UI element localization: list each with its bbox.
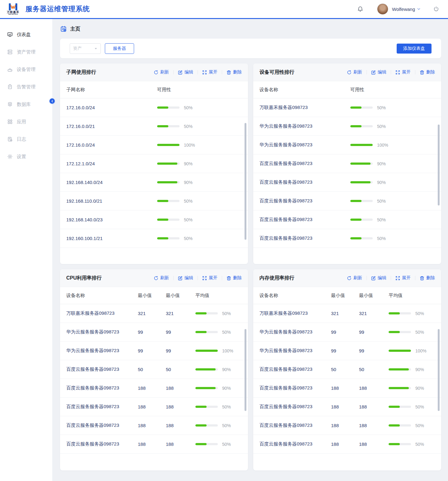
expand-button[interactable]: 展开 (202, 275, 217, 281)
edit-button[interactable]: 编辑 (371, 275, 386, 281)
chevron-down-icon[interactable] (417, 7, 421, 11)
scrollbar-thumb[interactable] (245, 329, 246, 411)
row-value: 321 (331, 311, 359, 316)
table-row: 华为云服务服务器098723999950% (60, 323, 248, 342)
scrollbar-thumb[interactable] (438, 125, 440, 205)
table-row: 华为云服务服务器0987239999100% (253, 342, 441, 360)
table-row: 万联嘉禾服务器09872350% (253, 98, 441, 117)
add-dashboard-button[interactable]: 添加仪表盘 (397, 44, 432, 54)
refresh-button[interactable]: 刷新 (154, 275, 169, 281)
panel-toolbar: 刷新 编辑 展开 删除 (154, 69, 242, 75)
sidebar: 仪表盘 资产管理 设备管理 告警管理 (0, 19, 52, 481)
progress-label: 50% (377, 199, 386, 204)
edit-label: 编辑 (378, 69, 386, 75)
table-row: 华为云服务服务器0987239999100% (60, 342, 248, 360)
table-row: 百度云服务服务器098723505090% (60, 360, 248, 379)
scrollbar-thumb[interactable] (438, 329, 440, 411)
devices-icon (7, 67, 13, 72)
progress-label: 50% (415, 330, 424, 335)
progress-bar: 50% (350, 199, 386, 204)
table-row: 百度云服务服务器09872390% (253, 173, 441, 192)
trash-icon (226, 276, 231, 281)
table-row: 百度云服务服务器09872318818890% (60, 379, 248, 398)
server-filter-button[interactable]: 服务器 (105, 43, 134, 54)
edit-button[interactable]: 编辑 (178, 69, 193, 75)
logout-button[interactable] (432, 5, 441, 13)
refresh-button[interactable]: 刷新 (347, 69, 362, 75)
database-icon (7, 101, 13, 107)
row-name: 192.168.140.0/23 (66, 217, 157, 222)
row-value: 188 (138, 423, 166, 428)
notifications-button[interactable] (356, 5, 365, 13)
progress-label: 50% (184, 124, 193, 129)
row-value: 188 (331, 385, 359, 391)
progress-bar: 90% (195, 386, 231, 391)
row-value: 188 (359, 404, 389, 409)
expand-icon (202, 70, 207, 75)
app-logo: 万联嘉禾 WAN LIAN JIA HE (4, 3, 22, 15)
row-name: 172.16.0.0/24 (66, 105, 157, 110)
delete-label: 删除 (233, 275, 242, 281)
expand-button[interactable]: 展开 (395, 275, 411, 281)
progress-label: 90% (415, 367, 424, 372)
refresh-button[interactable]: 刷新 (347, 275, 362, 281)
panel-title: CPU利用率排行 (66, 275, 102, 281)
expand-icon (395, 276, 400, 281)
progress-label: 90% (415, 386, 424, 391)
sidebar-item-apps[interactable]: 应用 (0, 113, 52, 130)
scrollbar-thumb[interactable] (245, 123, 246, 240)
column-header: 子网名称 (66, 87, 157, 93)
sidebar-item-alerts[interactable]: 告警管理 (0, 78, 52, 96)
row-name: 百度云服务服务器098723 (259, 422, 331, 428)
table-row: 172.16.0.0/24100% (60, 136, 248, 154)
panel-subnet-usage: 子网使用排行 刷新 编辑 展开 删除 子网名称可用性 172.16.0.0/24… (60, 64, 248, 264)
edit-button[interactable]: 编辑 (371, 69, 386, 75)
logo-mark-icon (8, 3, 18, 11)
progress-label: 50% (415, 404, 424, 409)
progress-label: 50% (415, 423, 424, 428)
row-name: 万联嘉禾服务器098723 (259, 105, 350, 111)
delete-label: 删除 (426, 69, 435, 75)
panel-title: 内存使用率排行 (259, 275, 294, 281)
row-name: 百度云服务服务器098723 (259, 366, 331, 372)
refresh-icon (154, 70, 158, 75)
table-header: 设备名称可用性 (253, 81, 441, 98)
panel-device-availability: 设备可用性排行 刷新 编辑 展开 删除 设备名称可用性 万联嘉禾服务器09872… (253, 64, 441, 264)
progress-label: 90% (222, 367, 231, 372)
delete-button[interactable]: 删除 (420, 69, 435, 75)
progress-label: 50% (222, 311, 231, 316)
avatar[interactable] (377, 3, 388, 15)
sidebar-item-settings[interactable]: 设置 (0, 148, 52, 165)
edit-label: 编辑 (378, 275, 386, 281)
row-value: 188 (359, 441, 389, 447)
row-name: 华为云服务服务器098723 (259, 123, 350, 129)
table-row: 百度云服务服务器098723505090% (253, 360, 441, 379)
refresh-button[interactable]: 刷新 (154, 69, 169, 75)
expand-button[interactable]: 展开 (202, 69, 217, 75)
user-name[interactable]: Wolfewang (392, 7, 415, 12)
delete-button[interactable]: 删除 (420, 275, 435, 281)
expand-button[interactable]: 展开 (395, 69, 411, 75)
progress-label: 50% (377, 105, 386, 110)
delete-button[interactable]: 删除 (226, 69, 242, 75)
sidebar-item-database[interactable]: 数据库 (0, 96, 52, 113)
row-value: 321 (166, 311, 195, 316)
edit-button[interactable]: 编辑 (178, 275, 193, 281)
progress-label: 50% (184, 105, 193, 110)
column-header: 最小值 (138, 293, 166, 299)
column-header: 设备名称 (259, 87, 350, 93)
delete-button[interactable]: 删除 (226, 275, 242, 281)
sidebar-item-logs[interactable]: 日志 (0, 130, 52, 148)
expand-label: 展开 (209, 275, 217, 281)
progress-label: 90% (377, 161, 386, 166)
sidebar-item-dashboard[interactable]: 仪表盘 (0, 26, 52, 43)
sidebar-item-assets[interactable]: 资产管理 (0, 43, 52, 61)
asset-select[interactable]: 资产 (70, 43, 101, 54)
row-value: 50 (359, 367, 389, 372)
table-row: 百度云服务服务器09872350% (253, 210, 441, 229)
panel-header: CPU利用率排行 刷新 编辑 展开 删除 (60, 269, 248, 287)
sidebar-item-devices[interactable]: 设备管理 (0, 61, 52, 78)
table-row: 百度云服务服务器09872318818850% (60, 398, 248, 416)
sidebar-collapse-button[interactable] (49, 98, 55, 104)
progress-label: 50% (415, 442, 424, 447)
